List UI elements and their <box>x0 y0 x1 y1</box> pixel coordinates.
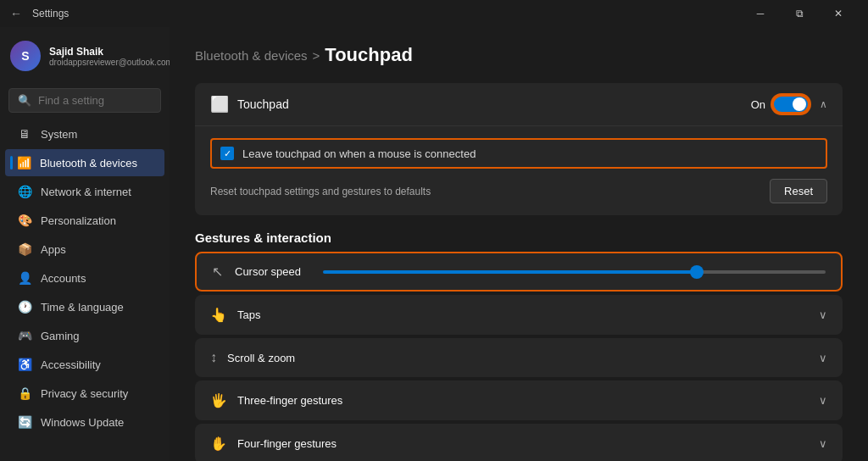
breadcrumb-separator: > <box>313 48 320 63</box>
breadcrumb-parent[interactable]: Bluetooth & devices <box>195 48 308 63</box>
three-finger-chevron-icon: ∨ <box>819 394 827 407</box>
app-layout: S Sajid Shaik droidappsreviewer@outlook.… <box>0 27 868 461</box>
four-finger-row[interactable]: ✋ Four-finger gestures ∨ <box>195 424 843 461</box>
titlebar: ← Settings ─ ⧉ ✕ <box>0 0 868 27</box>
gestures-section-title: Gestures & interaction <box>195 230 843 245</box>
user-info: Sajid Shaik droidappsreviewer@outlook.co… <box>49 46 170 67</box>
scroll-zoom-icon: ↕ <box>210 350 217 365</box>
sidebar-item-gaming[interactable]: 🎮 Gaming <box>5 322 164 349</box>
sidebar-item-network[interactable]: 🌐 Network & internet <box>5 178 164 205</box>
sidebar-item-label: Apps <box>41 243 66 256</box>
reset-button[interactable]: Reset <box>770 179 827 203</box>
back-button[interactable]: ← <box>10 7 22 20</box>
titlebar-title: Settings <box>32 8 734 19</box>
touchpad-expanded: ✓ Leave touchpad on when a mouse is conn… <box>195 125 843 215</box>
sidebar: S Sajid Shaik droidappsreviewer@outlook.… <box>0 27 170 461</box>
toggle-chevron-icon[interactable]: ∧ <box>820 98 827 110</box>
sidebar-item-accounts[interactable]: 👤 Accounts <box>5 264 164 292</box>
user-email: droidappsreviewer@outlook.com <box>49 58 170 67</box>
four-finger-chevron-icon: ∨ <box>819 437 827 450</box>
slider-container <box>323 270 826 274</box>
leave-on-row: ✓ Leave touchpad on when a mouse is conn… <box>210 138 827 169</box>
sidebar-item-label: Privacy & security <box>41 387 128 400</box>
cursor-icon: ↖ <box>212 264 223 280</box>
touchpad-toggle[interactable] <box>772 95 810 114</box>
cursor-speed-card: ↖ Cursor speed <box>195 252 843 292</box>
leave-on-label: Leave touchpad on when a mouse is connec… <box>242 147 476 160</box>
sidebar-item-label: Time & language <box>41 301 124 314</box>
three-finger-icon: 🖐 <box>210 392 227 408</box>
window-controls: ─ ⧉ ✕ <box>741 0 858 27</box>
sidebar-item-time[interactable]: 🕐 Time & language <box>5 293 164 320</box>
cursor-speed-label: Cursor speed <box>235 265 311 278</box>
three-finger-label: Three-finger gestures <box>237 394 342 407</box>
touchpad-icon: ⬜ <box>210 95 229 114</box>
sidebar-item-label: Windows Update <box>41 416 124 429</box>
scroll-zoom-label: Scroll & zoom <box>227 352 295 364</box>
page-title: Touchpad <box>325 44 412 66</box>
sidebar-item-label: Bluetooth & devices <box>40 157 137 169</box>
restore-button[interactable]: ⧉ <box>780 0 819 27</box>
personalization-icon: 🎨 <box>17 214 32 227</box>
user-name: Sajid Shaik <box>49 46 170 58</box>
user-profile: S Sajid Shaik droidappsreviewer@outlook.… <box>0 27 170 85</box>
sidebar-item-system[interactable]: 🖥 System <box>5 120 164 147</box>
search-box[interactable]: 🔍 <box>8 88 161 113</box>
gaming-icon: 🎮 <box>17 329 32 342</box>
accessibility-icon: ♿ <box>17 358 32 371</box>
avatar: S <box>10 41 41 71</box>
bluetooth-icon: 📶 <box>16 156 31 169</box>
network-icon: 🌐 <box>17 185 32 198</box>
active-indicator <box>10 156 13 169</box>
sidebar-item-bluetooth[interactable]: 📶 Bluetooth & devices <box>5 149 164 176</box>
scroll-zoom-chevron-icon: ∨ <box>819 352 827 364</box>
scroll-zoom-row[interactable]: ↕ Scroll & zoom ∨ <box>195 338 843 377</box>
accounts-icon: 👤 <box>17 271 32 285</box>
taps-row[interactable]: 👆 Taps ∨ <box>195 295 843 335</box>
three-finger-left: 🖐 Three-finger gestures <box>210 392 342 408</box>
touchpad-label: Touchpad <box>237 97 289 111</box>
sidebar-item-update[interactable]: 🔄 Windows Update <box>5 408 164 436</box>
main-content: Bluetooth & devices > Touchpad ⬜ Touchpa… <box>170 27 868 461</box>
page-header: Bluetooth & devices > Touchpad <box>195 44 843 66</box>
update-icon: 🔄 <box>17 415 32 429</box>
four-finger-label: Four-finger gestures <box>237 437 337 450</box>
taps-chevron-icon: ∨ <box>819 308 827 321</box>
close-button[interactable]: ✕ <box>819 0 858 27</box>
privacy-icon: 🔒 <box>17 386 32 400</box>
apps-icon: 📦 <box>17 242 32 256</box>
leave-on-checkbox[interactable]: ✓ <box>220 147 234 160</box>
time-icon: 🕐 <box>17 300 32 314</box>
touchpad-header: ⬜ Touchpad On ∧ <box>195 83 843 125</box>
sidebar-item-apps[interactable]: 📦 Apps <box>5 236 164 263</box>
toggle-row: On ∧ <box>751 95 827 114</box>
taps-icon: 👆 <box>210 307 227 323</box>
sidebar-item-personalization[interactable]: 🎨 Personalization <box>5 207 164 234</box>
search-icon: 🔍 <box>18 94 31 107</box>
reset-text: Reset touchpad settings and gestures to … <box>210 186 431 197</box>
sidebar-item-label: Personalization <box>41 214 116 227</box>
system-icon: 🖥 <box>17 127 32 141</box>
minimize-button[interactable]: ─ <box>741 0 780 27</box>
reset-row: Reset touchpad settings and gestures to … <box>210 179 827 203</box>
touchpad-card: ⬜ Touchpad On ∧ ✓ Leave touchpad on when… <box>195 83 843 215</box>
four-finger-icon: ✋ <box>210 436 227 452</box>
three-finger-row[interactable]: 🖐 Three-finger gestures ∨ <box>195 380 843 420</box>
scroll-zoom-left: ↕ Scroll & zoom <box>210 350 295 365</box>
taps-left: 👆 Taps <box>210 307 260 323</box>
sidebar-item-privacy[interactable]: 🔒 Privacy & security <box>5 380 164 407</box>
sidebar-item-label: Gaming <box>41 330 80 342</box>
toggle-text: On <box>751 98 765 111</box>
cursor-speed-row: ↖ Cursor speed <box>197 253 841 290</box>
cursor-speed-slider[interactable] <box>323 270 826 274</box>
sidebar-item-label: Accessibility <box>41 358 101 371</box>
sidebar-item-accessibility[interactable]: ♿ Accessibility <box>5 351 164 378</box>
sidebar-item-label: Network & internet <box>41 186 131 198</box>
sidebar-item-label: System <box>41 128 77 141</box>
search-input[interactable] <box>38 94 152 107</box>
four-finger-left: ✋ Four-finger gestures <box>210 436 337 452</box>
sidebar-item-label: Accounts <box>41 272 86 285</box>
taps-label: Taps <box>237 308 260 321</box>
touchpad-label-row: ⬜ Touchpad <box>210 95 289 114</box>
